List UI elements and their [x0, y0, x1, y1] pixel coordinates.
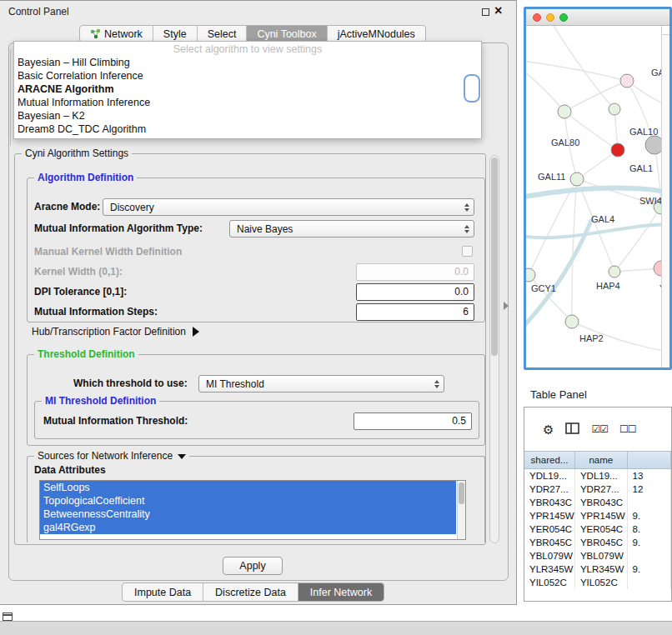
table-row[interactable]: YDR27...YDR27...12 [524, 482, 671, 496]
minimized-panel-icon[interactable] [3, 612, 13, 621]
network-node[interactable] [558, 105, 571, 118]
table-cell: 13 [628, 469, 671, 482]
algorithm-option-mutual-information-inference[interactable]: Mutual Information Inference [14, 96, 481, 109]
checked-pair-icon[interactable]: ☑☑ [591, 424, 608, 434]
column-header-shared[interactable]: shared... [524, 452, 575, 468]
unchecked-pair-icon[interactable]: ☐☐ [619, 424, 636, 434]
network-view-window: GALGAL80GAL10GAL11GAL1SWI4GAL4GCY1HAP4YH… [524, 7, 672, 370]
table-row[interactable]: YBR045CYBR045C9. [524, 536, 671, 549]
control-panel-titlebar[interactable]: Control Panel × [0, 1, 516, 22]
list-scrollbar-thumb[interactable] [459, 482, 464, 504]
network-canvas[interactable]: GALGAL80GAL10GAL11GAL1SWI4GAL4GCY1HAP4YH… [526, 26, 669, 368]
table-columns-icon[interactable] [565, 422, 579, 437]
table-cell: YBR043C [575, 496, 628, 509]
algorithm-placeholder: Select algorithm to view settings [14, 42, 481, 56]
algorithm-option-basic-correlation-inference[interactable]: Basic Correlation Inference [14, 69, 481, 82]
tab-jactivemnodules[interactable]: jActiveMNodules [328, 26, 425, 42]
aracne-mode-label: Aracne Mode: [34, 198, 100, 216]
minimize-traffic-light[interactable] [546, 13, 554, 22]
mi-steps-field[interactable]: 6 [356, 303, 474, 321]
tab-impute-data[interactable]: Impute Data [123, 583, 203, 601]
table-cell [628, 549, 671, 562]
algorithm-combo-button[interactable] [464, 74, 480, 102]
network-node[interactable] [620, 74, 634, 88]
node-label-gal4: GAL4 [591, 214, 614, 224]
settings-scrollbar[interactable] [489, 155, 499, 543]
table-cell: YDL19... [575, 469, 628, 482]
algorithm-option-dream8-dc-tdc-algorithm[interactable]: Dream8 DC_TDC Algorithm [14, 122, 481, 136]
table-row[interactable]: YLR345WYLR345W9. [524, 562, 671, 576]
manual-kernel-width-checkbox[interactable] [462, 246, 473, 257]
cyni-algorithm-settings-title: Cyni Algorithm Settings [22, 148, 132, 159]
table-row[interactable]: YBR043CYBR043C [524, 496, 671, 509]
expand-right-icon[interactable] [193, 327, 199, 337]
network-node[interactable] [609, 266, 620, 278]
sources-title[interactable]: Sources for Network Inference [34, 450, 189, 462]
combo-arrows-icon [464, 225, 469, 233]
network-node[interactable] [611, 143, 624, 157]
algorithm-dropdown-popup: Select algorithm to view settings Bayesi… [13, 41, 482, 139]
table-row[interactable]: YIL052CYIL052C [524, 576, 671, 589]
tab-infer-network[interactable]: Infer Network [298, 583, 384, 601]
close-traffic-light[interactable] [533, 13, 541, 22]
algorithm-option-aracne-algorithm[interactable]: ARACNE Algorithm [14, 82, 481, 96]
hub-transcription-section[interactable]: Hub/Transcription Factor Definition [32, 326, 199, 338]
tab-discretize-data[interactable]: Discretize Data [203, 583, 298, 601]
algorithm-definition-title: Algorithm Definition [34, 172, 137, 183]
tab-label-select: Select [208, 28, 237, 40]
hub-transcription-label: Hub/Transcription Factor Definition [32, 326, 186, 338]
mi-algorithm-type-select[interactable]: Naive Bayes [229, 220, 474, 238]
network-edge [526, 61, 627, 81]
restore-window-icon[interactable] [482, 8, 489, 16]
column-header-extra[interactable] [628, 452, 671, 468]
attribute-item-topologicalcoefficient[interactable]: TopologicalCoefficient [40, 494, 456, 508]
attribute-item-betweennesscentrality[interactable]: BetweennessCentrality [40, 508, 456, 521]
table-row[interactable]: YDL19...YDL19...13 [524, 469, 671, 482]
network-node[interactable] [526, 268, 535, 282]
table-row[interactable]: YBL079WYBL079W [524, 549, 671, 562]
attribute-item-selfloops[interactable]: SelfLoops [40, 481, 456, 494]
kernel-width-label: Kernel Width (0,1): [34, 263, 123, 281]
gear-icon[interactable]: ⚙ [543, 423, 554, 436]
collapse-down-icon[interactable] [178, 454, 186, 459]
settings-scrollbar-thumb[interactable] [491, 158, 498, 356]
aracne-mode-select[interactable]: Discovery [103, 198, 474, 216]
tab-cyni-toolbox[interactable]: Cyni Toolbox [247, 26, 327, 42]
table-cell: 9. [628, 562, 671, 576]
attribute-item-gal4rgexp[interactable]: gal4RGexp [40, 521, 456, 534]
network-scrollbar-button[interactable] [662, 26, 669, 35]
mi-threshold-field[interactable]: 0.5 [354, 412, 472, 430]
network-node[interactable] [565, 315, 579, 328]
table-cell: YIL052C [575, 576, 628, 589]
list-scrollbar[interactable] [457, 481, 465, 539]
which-threshold-value: MI Threshold [206, 378, 264, 390]
which-threshold-select[interactable]: MI Threshold [198, 375, 444, 392]
split-pane-toggle-icon[interactable] [504, 302, 509, 310]
network-scrollbar[interactable] [661, 26, 669, 368]
table-row[interactable]: YPR145WYPR145W9. [524, 509, 671, 522]
network-node[interactable] [570, 172, 584, 186]
tab-style[interactable]: Style [153, 26, 198, 42]
network-node[interactable] [609, 103, 620, 115]
cyni-algorithm-settings-group: Cyni Algorithm Settings Algorithm Defini… [14, 153, 486, 545]
algorithm-option-bayesian-hill-climbing[interactable]: Bayesian – Hill Climbing [14, 56, 481, 69]
apply-button[interactable]: Apply [223, 557, 283, 575]
table-panel-window: ⚙ ☑☑ ☐☐ shared...name YDL19...YDL19...13… [524, 407, 672, 602]
tab-network[interactable]: Network [80, 26, 153, 42]
column-header-name[interactable]: name [575, 452, 628, 468]
node-label-hap2: HAP2 [579, 333, 604, 343]
table-cell: 8. [628, 522, 671, 536]
combo-arrows-icon [434, 380, 439, 388]
data-attributes-list[interactable]: SelfLoopsTopologicalCoefficientBetweenne… [39, 480, 466, 540]
algorithm-option-bayesian-k2[interactable]: Bayesian – K2 [14, 109, 481, 122]
network-edge [551, 26, 614, 109]
kernel-width-field[interactable]: 0.0 [356, 263, 474, 281]
close-window-icon[interactable]: × [494, 3, 502, 18]
network-window-titlebar[interactable] [526, 9, 669, 26]
data-attributes-label: Data Attributes [34, 462, 106, 479]
tab-select[interactable]: Select [198, 26, 248, 42]
mi-threshold-label: Mutual Information Threshold: [43, 412, 188, 430]
table-row[interactable]: YER054CYER054C8. [524, 522, 671, 536]
zoom-traffic-light[interactable] [559, 13, 568, 22]
dpi-tolerance-field[interactable]: 0.0 [356, 283, 474, 301]
